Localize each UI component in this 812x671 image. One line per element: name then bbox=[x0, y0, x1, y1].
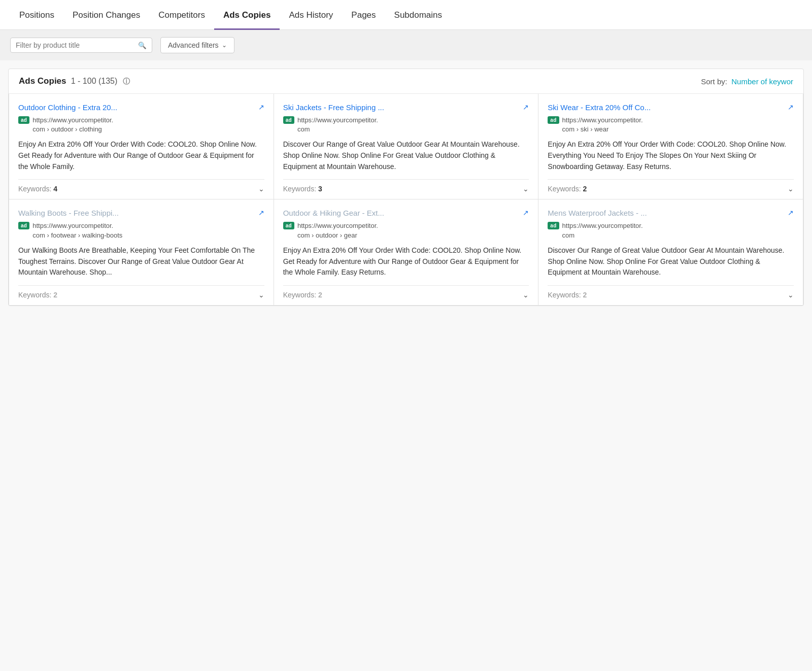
nav-item-pages[interactable]: Pages bbox=[342, 0, 385, 30]
info-icon[interactable]: ⓘ bbox=[123, 77, 130, 85]
results-title-group: Ads Copies 1 - 100 (135) ⓘ bbox=[19, 76, 130, 86]
search-wrapper: 🔍 bbox=[10, 38, 152, 53]
keywords-label: Keywords: 2 bbox=[283, 291, 322, 299]
chevron-down-icon: ⌄ bbox=[222, 42, 227, 49]
ad-url-text: https://www.yourcompetitor.com › outdoor… bbox=[297, 221, 378, 240]
keywords-count: 2 bbox=[318, 291, 322, 299]
ad-url-text: https://www.yourcompetitor.com › ski › w… bbox=[562, 116, 643, 134]
keywords-label: Keywords: 2 bbox=[548, 185, 587, 193]
card-title-row: Outdoor & Hiking Gear - Ext... ↗ bbox=[283, 209, 529, 217]
ad-url-row: ad https://www.yourcompetitor.com bbox=[283, 116, 529, 134]
ad-url-row: ad https://www.yourcompetitor.com › foot… bbox=[18, 221, 264, 240]
keywords-dropdown-icon[interactable]: ⌄ bbox=[258, 185, 264, 193]
nav-item-competitors[interactable]: Competitors bbox=[149, 0, 214, 30]
ad-card-0: Outdoor Clothing - Extra 20... ↗ ad http… bbox=[9, 94, 274, 199]
ad-card-4: Outdoor & Hiking Gear - Ext... ↗ ad http… bbox=[274, 199, 539, 305]
card-description: Enjoy An Extra 20% Off Your Order With C… bbox=[548, 139, 794, 172]
external-link-icon[interactable]: ↗ bbox=[788, 103, 794, 111]
card-footer: Keywords: 2 ⌄ bbox=[548, 179, 794, 193]
search-button[interactable]: 🔍 bbox=[138, 42, 147, 49]
keywords-label: Keywords: 4 bbox=[18, 185, 57, 193]
ad-card-1: Ski Jackets - Free Shipping ... ↗ ad htt… bbox=[274, 94, 539, 199]
ad-badge: ad bbox=[18, 116, 29, 124]
card-title-row: Outdoor Clothing - Extra 20... ↗ bbox=[18, 103, 264, 112]
external-link-icon[interactable]: ↗ bbox=[258, 209, 264, 217]
filters-bar: 🔍 Advanced filters ⌄ bbox=[0, 30, 812, 60]
keywords-count: 4 bbox=[53, 185, 57, 193]
nav-item-position-changes[interactable]: Position Changes bbox=[63, 0, 149, 30]
results-header: Ads Copies 1 - 100 (135) ⓘ Sort by: Numb… bbox=[9, 69, 803, 94]
ad-card-2: Ski Wear - Extra 20% Off Co... ↗ ad http… bbox=[538, 94, 803, 199]
ad-card-5: Mens Waterproof Jackets - ... ↗ ad https… bbox=[538, 199, 803, 305]
keywords-dropdown-icon[interactable]: ⌄ bbox=[523, 185, 529, 193]
keywords-dropdown-icon[interactable]: ⌄ bbox=[258, 291, 264, 299]
card-title-row: Walking Boots - Free Shippi... ↗ bbox=[18, 209, 264, 217]
keywords-label: Keywords: 2 bbox=[548, 291, 587, 299]
ad-badge: ad bbox=[283, 116, 294, 124]
card-footer: Keywords: 2 ⌄ bbox=[18, 285, 264, 299]
card-description: Discover Our Range of Great Value Outdoo… bbox=[548, 245, 794, 278]
keywords-count: 2 bbox=[53, 291, 57, 299]
ad-url-text: https://www.yourcompetitor.com › outdoor… bbox=[32, 116, 113, 134]
ad-url-row: ad https://www.yourcompetitor.com › ski … bbox=[548, 116, 794, 134]
results-title: Ads Copies 1 - 100 (135) ⓘ bbox=[19, 76, 130, 86]
card-title-row: Ski Jackets - Free Shipping ... ↗ bbox=[283, 103, 529, 112]
card-description: Our Walking Boots Are Breathable, Keepin… bbox=[18, 245, 264, 278]
external-link-icon[interactable]: ↗ bbox=[523, 103, 529, 111]
sort-label: Sort by: bbox=[701, 77, 727, 86]
keywords-count: 3 bbox=[318, 185, 322, 193]
card-description: Enjoy An Extra 20% Off Your Order With C… bbox=[283, 245, 529, 278]
nav-item-ads-history[interactable]: Ads History bbox=[280, 0, 342, 30]
search-icon: 🔍 bbox=[138, 42, 147, 49]
keywords-label: Keywords: 2 bbox=[18, 291, 57, 299]
sort-value-link[interactable]: Number of keywor bbox=[731, 77, 793, 86]
keywords-count: 2 bbox=[583, 291, 587, 299]
ad-url-row: ad https://www.yourcompetitor.com › outd… bbox=[283, 221, 529, 240]
card-title[interactable]: Ski Jackets - Free Shipping ... bbox=[283, 103, 520, 112]
ad-badge: ad bbox=[18, 222, 29, 229]
external-link-icon[interactable]: ↗ bbox=[258, 103, 264, 111]
nav-item-subdomains[interactable]: Subdomains bbox=[385, 0, 452, 30]
ad-badge: ad bbox=[548, 222, 559, 229]
ad-badge: ad bbox=[548, 116, 559, 124]
ad-url-text: https://www.yourcompetitor.com bbox=[562, 221, 643, 240]
card-footer: Keywords: 3 ⌄ bbox=[283, 179, 529, 193]
card-title[interactable]: Ski Wear - Extra 20% Off Co... bbox=[548, 103, 785, 112]
card-title[interactable]: Outdoor Clothing - Extra 20... bbox=[18, 103, 255, 112]
ad-badge: ad bbox=[283, 222, 294, 229]
ad-url-row: ad https://www.yourcompetitor.com › outd… bbox=[18, 116, 264, 134]
keywords-count: 2 bbox=[583, 185, 587, 193]
card-footer: Keywords: 2 ⌄ bbox=[548, 285, 794, 299]
ad-url-row: ad https://www.yourcompetitor.com bbox=[548, 221, 794, 240]
main-nav: PositionsPosition ChangesCompetitorsAds … bbox=[0, 0, 812, 30]
card-description: Enjoy An Extra 20% Off Your Order With C… bbox=[18, 139, 264, 172]
advanced-filters-button[interactable]: Advanced filters ⌄ bbox=[160, 37, 234, 53]
search-input[interactable] bbox=[16, 41, 136, 49]
external-link-icon[interactable]: ↗ bbox=[523, 209, 529, 217]
keywords-dropdown-icon[interactable]: ⌄ bbox=[788, 185, 794, 193]
nav-item-ads-copies[interactable]: Ads Copies bbox=[214, 0, 280, 30]
card-title-row: Mens Waterproof Jackets - ... ↗ bbox=[548, 209, 794, 217]
results-range: 1 - 100 (135) bbox=[71, 77, 118, 85]
keywords-label: Keywords: 3 bbox=[283, 185, 322, 193]
card-title[interactable]: Walking Boots - Free Shippi... bbox=[18, 209, 255, 217]
card-footer: Keywords: 2 ⌄ bbox=[283, 285, 529, 299]
ad-url-text: https://www.yourcompetitor.com › footwea… bbox=[32, 221, 122, 240]
sort-by-group: Sort by: Number of keywor bbox=[701, 77, 793, 86]
keywords-dropdown-icon[interactable]: ⌄ bbox=[788, 291, 794, 299]
card-title-row: Ski Wear - Extra 20% Off Co... ↗ bbox=[548, 103, 794, 112]
keywords-dropdown-icon[interactable]: ⌄ bbox=[523, 291, 529, 299]
nav-item-positions[interactable]: Positions bbox=[10, 0, 63, 30]
ad-url-text: https://www.yourcompetitor.com bbox=[297, 116, 378, 134]
card-description: Discover Our Range of Great Value Outdoo… bbox=[283, 139, 529, 172]
card-title[interactable]: Outdoor & Hiking Gear - Ext... bbox=[283, 209, 520, 217]
card-footer: Keywords: 4 ⌄ bbox=[18, 179, 264, 193]
card-title[interactable]: Mens Waterproof Jackets - ... bbox=[548, 209, 785, 217]
results-count: 1 - 100 (135) bbox=[69, 77, 120, 85]
results-title-text: Ads Copies bbox=[19, 76, 66, 86]
external-link-icon[interactable]: ↗ bbox=[788, 209, 794, 217]
cards-grid: Outdoor Clothing - Extra 20... ↗ ad http… bbox=[9, 94, 803, 306]
advanced-filters-label: Advanced filters bbox=[168, 41, 219, 49]
main-content: Ads Copies 1 - 100 (135) ⓘ Sort by: Numb… bbox=[8, 69, 804, 306]
ad-card-3: Walking Boots - Free Shippi... ↗ ad http… bbox=[9, 199, 274, 305]
